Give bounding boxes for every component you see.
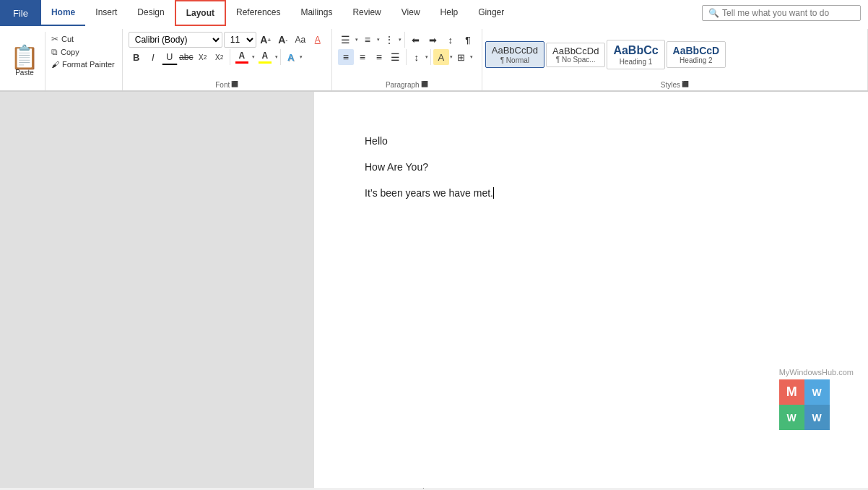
underline-button[interactable]: U xyxy=(162,49,178,65)
paragraph-top-row: ☰ ▾ ≡ ▾ ⋮ ▾ ⬅ ➡ ↕ ¶ xyxy=(338,32,476,48)
italic-button[interactable]: I xyxy=(145,49,161,65)
cut-icon: ✂ xyxy=(51,34,58,44)
watermark-logo: M W W W xyxy=(779,379,830,430)
menu-tabs: Home Insert Design Layout References Mai… xyxy=(41,0,868,26)
align-right-button[interactable]: ≡ xyxy=(371,49,387,65)
watermark: MyWindowsHub.com M W W W xyxy=(779,368,854,430)
sort-button[interactable]: ↕ xyxy=(443,32,459,48)
doc-line-3: It’s been years we have met. xyxy=(365,187,817,199)
borders-button[interactable]: ⊞ xyxy=(453,49,469,65)
numbering-button[interactable]: ≡ xyxy=(360,32,376,48)
paragraph-group: ☰ ▾ ≡ ▾ ⋮ ▾ ⬅ ➡ ↕ ¶ ≡ ≡ ≡ ☰ ↕ ▾ xyxy=(332,29,482,90)
style-no-spacing[interactable]: AaBbCcDd ¶ No Spac... xyxy=(546,43,605,67)
cut-label: Cut xyxy=(61,35,74,43)
tab-insert[interactable]: Insert xyxy=(85,0,127,26)
format-painter-button[interactable]: 🖌 Format Painter xyxy=(48,59,118,69)
tab-view[interactable]: View xyxy=(391,0,430,26)
style-normal[interactable]: AaBbCcDd ¶ Normal xyxy=(485,41,544,68)
paste-icon: 📋 xyxy=(10,46,39,69)
font-group-label: Font xyxy=(215,81,230,89)
highlight-color-indicator xyxy=(259,61,272,64)
copy-icon: ⧉ xyxy=(51,47,58,57)
logo-tile-w3: W xyxy=(804,405,830,430)
decrease-indent-button[interactable]: ⬅ xyxy=(408,32,424,48)
borders-dropdown[interactable]: ▾ xyxy=(470,54,473,60)
tab-design[interactable]: Design xyxy=(127,0,174,26)
cut-button[interactable]: ✂ Cut xyxy=(48,33,118,45)
format-painter-label: Format Painter xyxy=(62,60,115,69)
bold-button[interactable]: B xyxy=(129,49,144,65)
tab-home[interactable]: Home xyxy=(41,0,85,26)
style-heading1[interactable]: AaBbCc Heading 1 xyxy=(607,40,664,69)
justify-button[interactable]: ☰ xyxy=(388,49,404,65)
style-heading1-preview: AaBbCc xyxy=(613,43,658,57)
styles-group-label: Styles xyxy=(661,81,680,89)
font-color-button[interactable]: A xyxy=(233,49,251,65)
align-left-button[interactable]: ≡ xyxy=(338,49,354,65)
font-shrink-button[interactable]: A- xyxy=(275,32,291,48)
numbering-dropdown[interactable]: ▾ xyxy=(377,37,380,43)
tab-help[interactable]: Help xyxy=(430,0,469,26)
highlight-color-button[interactable]: A xyxy=(256,49,274,65)
tab-review[interactable]: Review xyxy=(342,0,391,26)
font-grow-button[interactable]: A+ xyxy=(258,32,274,48)
search-box[interactable]: 🔍 xyxy=(702,5,861,21)
paste-button[interactable]: 📋 Paste xyxy=(4,32,45,90)
multilevel-list-button[interactable]: ⋮ xyxy=(381,32,397,48)
change-case-button[interactable]: Aa xyxy=(292,32,308,48)
document-area[interactable]: Hello How Are You? It’s been years we ha… xyxy=(314,92,868,488)
search-input[interactable] xyxy=(722,8,852,18)
paste-label: Paste xyxy=(15,69,34,77)
styles-group: AaBbCcDd ¶ Normal AaBbCcDd ¶ No Spac... … xyxy=(482,29,868,90)
menu-bar: File Home Insert Design Layout Reference… xyxy=(0,0,868,26)
ribbon-container: File Home Insert Design Layout Reference… xyxy=(0,0,868,92)
left-margin xyxy=(0,92,314,488)
tab-ginger[interactable]: Ginger xyxy=(468,0,514,26)
line-spacing-button[interactable]: ↕ xyxy=(409,49,425,65)
bullets-button[interactable]: ☰ xyxy=(338,32,354,48)
line-spacing-dropdown[interactable]: ▾ xyxy=(425,54,428,60)
styles-expand-icon[interactable]: ⬛ xyxy=(682,81,689,89)
logo-tile-m: M xyxy=(779,379,804,405)
font-top-row: Calibri (Body) 11 A+ A- Aa A xyxy=(129,32,326,48)
style-normal-preview: AaBbCcDd xyxy=(492,45,538,56)
show-formatting-button[interactable]: ¶ xyxy=(460,32,476,48)
style-heading2[interactable]: AaBbCcD Heading 2 xyxy=(667,41,726,69)
style-heading2-label: Heading 2 xyxy=(680,56,713,64)
tab-layout[interactable]: Layout xyxy=(175,0,226,26)
multilevel-dropdown[interactable]: ▾ xyxy=(399,37,402,43)
clear-format-button[interactable]: A xyxy=(310,32,326,48)
text-effects-dropdown[interactable]: ▾ xyxy=(300,54,303,60)
superscript-button[interactable]: X2 xyxy=(212,49,227,65)
font-color-dropdown[interactable]: ▾ xyxy=(252,54,255,60)
text-cursor xyxy=(493,187,494,199)
doc-line-3-text: It’s been years we have met. xyxy=(365,187,493,199)
align-center-button[interactable]: ≡ xyxy=(355,49,370,65)
tab-mailings[interactable]: Mailings xyxy=(290,0,342,26)
format-painter-icon: 🖌 xyxy=(51,60,59,69)
font-color-indicator xyxy=(235,61,248,64)
search-icon: 🔍 xyxy=(708,8,719,18)
style-heading1-label: Heading 1 xyxy=(620,58,653,66)
shading-button[interactable]: A xyxy=(433,49,449,65)
tab-references[interactable]: References xyxy=(226,0,290,26)
menu-file-tab[interactable]: File xyxy=(0,0,41,26)
main-area: Hello How Are You? It’s been years we ha… xyxy=(0,92,868,488)
search-area: 🔍 xyxy=(695,0,868,26)
font-divider2 xyxy=(280,49,281,65)
font-family-select[interactable]: Calibri (Body) xyxy=(129,32,222,48)
para-div2 xyxy=(406,49,407,65)
bullets-dropdown[interactable]: ▾ xyxy=(355,37,358,43)
font-expand-icon[interactable]: ⬛ xyxy=(231,81,238,89)
copy-button[interactable]: ⧉ Copy xyxy=(48,46,118,58)
font-size-select[interactable]: 11 xyxy=(224,32,256,48)
text-effects-button[interactable]: A xyxy=(283,49,299,65)
logo-tile-w2: W xyxy=(779,405,804,430)
ribbon: 📋 Paste ✂ Cut ⧉ Copy 🖌 Format Painter xyxy=(0,26,868,91)
highlight-dropdown[interactable]: ▾ xyxy=(275,54,278,60)
paragraph-expand-icon[interactable]: ⬛ xyxy=(421,81,428,89)
strikethrough-button[interactable]: abc xyxy=(178,49,194,65)
shading-dropdown[interactable]: ▾ xyxy=(450,54,453,60)
increase-indent-button[interactable]: ➡ xyxy=(425,32,441,48)
subscript-button[interactable]: X2 xyxy=(195,49,211,65)
